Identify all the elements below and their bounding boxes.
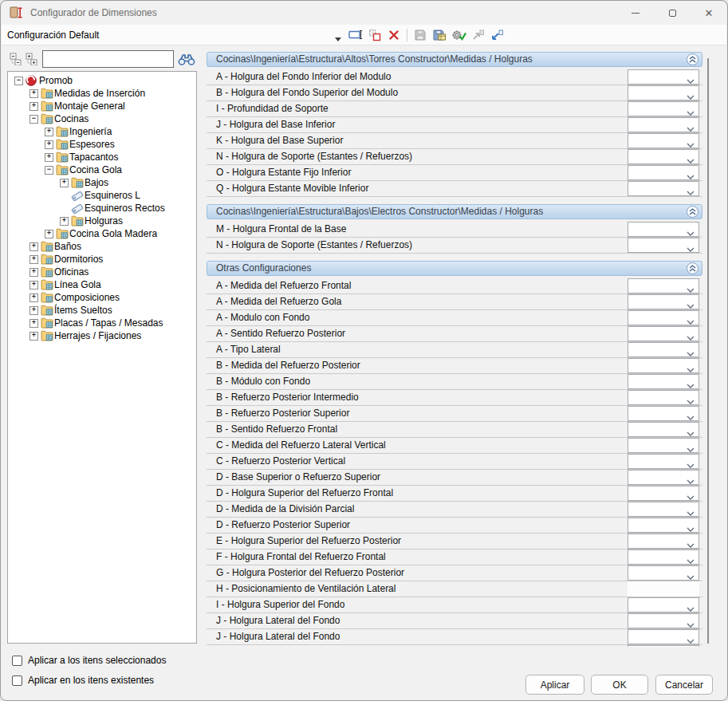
tree-item-cocinas[interactable]: −Cocinas — [10, 112, 196, 125]
setting-value-select[interactable] — [628, 534, 699, 549]
setting-value-select[interactable] — [628, 326, 699, 341]
checkbox-aplicar-existentes[interactable]: Aplicar en los itens existentes — [12, 674, 154, 687]
setting-value-select[interactable] — [628, 549, 699, 565]
setting-value-select[interactable] — [628, 374, 699, 389]
setting-value-select[interactable] — [628, 133, 699, 148]
collapse-expander-icon[interactable]: − — [30, 115, 38, 124]
setting-value-select[interactable] — [628, 518, 699, 533]
tree-item-dormitorios[interactable]: +Dormitorios — [10, 253, 196, 266]
tree-item-cocina-gola-madera[interactable]: +Cocina Gola Madera — [10, 227, 196, 240]
setting-value-select[interactable] — [628, 565, 699, 581]
setting-value-select[interactable] — [628, 181, 699, 196]
rename-configuration-button[interactable] — [347, 26, 364, 44]
expand-expander-icon[interactable]: + — [60, 217, 69, 226]
setting-value-select[interactable] — [628, 222, 699, 237]
configuration-select[interactable]: Configuración Default — [2, 26, 346, 45]
save-as-button[interactable] — [431, 26, 448, 44]
setting-value-select[interactable] — [628, 438, 699, 453]
tree-item-espesores[interactable]: +Espesores — [10, 138, 196, 151]
checkbox-icon[interactable] — [12, 656, 22, 666]
expand-expander-icon[interactable]: + — [45, 128, 53, 136]
setting-value-select[interactable] — [628, 358, 699, 373]
setting-value-select[interactable] — [628, 85, 699, 100]
section-collapse-button[interactable] — [687, 262, 698, 274]
close-button[interactable]: ✕ — [691, 1, 727, 25]
expand-expander-icon[interactable]: + — [30, 242, 38, 251]
duplicate-configuration-button[interactable] — [366, 26, 384, 44]
setting-value-select[interactable] — [628, 470, 699, 485]
setting-value-select[interactable] — [628, 342, 699, 357]
import-configuration-button[interactable] — [488, 26, 506, 44]
tree-item-ba-os[interactable]: +Baños — [10, 240, 196, 253]
tree-item-tems-sueltos[interactable]: +Ítems Sueltos — [10, 304, 196, 317]
checkbox-icon[interactable] — [12, 675, 22, 686]
expand-all-button[interactable] — [23, 50, 39, 68]
setting-value-select[interactable] — [628, 278, 699, 293]
setting-value-select[interactable] — [628, 502, 699, 517]
vertical-scrollbar[interactable] — [707, 58, 709, 644]
tree-item-montaje-general[interactable]: +Montaje General — [10, 100, 196, 112]
section-collapse-button[interactable] — [687, 206, 698, 218]
tree-item-herrajes-fijaciones[interactable]: +Herrajes / Fijaciones — [10, 329, 196, 342]
expand-expander-icon[interactable]: + — [30, 89, 38, 98]
tree-item-promob[interactable]: −Promob — [10, 74, 196, 87]
setting-value-select[interactable] — [628, 294, 699, 309]
tree-item-holguras[interactable]: +Holguras — [10, 215, 196, 227]
checkbox-aplicar-seleccionados[interactable]: Aplicar a los itens seleccionados — [12, 654, 166, 667]
setting-value-select[interactable] — [628, 310, 699, 325]
setting-value-select[interactable] — [628, 629, 699, 644]
setting-value-select[interactable] — [628, 117, 699, 132]
tree-item-medidas-de-inserci-n[interactable]: +Medidas de Inserción — [10, 87, 196, 100]
tree-item-esquineros-l[interactable]: Esquineros L — [10, 189, 196, 202]
setting-value-select[interactable] — [628, 165, 699, 180]
setting-value-select[interactable] — [628, 238, 699, 253]
export-configuration-button[interactable] — [469, 26, 486, 44]
setting-value-select[interactable] — [628, 613, 699, 628]
expand-expander-icon[interactable]: + — [30, 332, 38, 341]
expand-expander-icon[interactable]: + — [45, 153, 53, 162]
setting-value-select[interactable] — [628, 390, 699, 405]
tree-item-esquineros-rectos[interactable]: Esquineros Rectos — [10, 202, 196, 215]
tree-item-ingenier-a[interactable]: +Ingeniería — [10, 125, 196, 138]
expand-expander-icon[interactable]: + — [30, 255, 38, 264]
ok-button[interactable]: OK — [591, 675, 648, 695]
tree-search-input[interactable] — [42, 50, 174, 68]
setting-value-select[interactable] — [628, 645, 699, 647]
expand-expander-icon[interactable]: + — [30, 293, 38, 302]
tree-item-placas-tapas-mesadas[interactable]: +Placas / Tapas / Mesadas — [10, 317, 196, 329]
expand-expander-icon[interactable]: + — [45, 230, 53, 238]
collapse-expander-icon[interactable]: − — [45, 166, 53, 175]
minimize-button[interactable] — [617, 1, 654, 25]
apply-configuration-button[interactable] — [450, 26, 467, 44]
collapse-expander-icon[interactable]: − — [14, 77, 23, 85]
setting-value-select[interactable] — [628, 101, 699, 116]
setting-value-field[interactable] — [628, 581, 699, 597]
expand-expander-icon[interactable]: + — [45, 140, 53, 149]
delete-configuration-button[interactable] — [385, 26, 403, 44]
expand-expander-icon[interactable]: + — [30, 102, 38, 111]
setting-value-select[interactable] — [628, 486, 699, 501]
cancelar-button[interactable]: Cancelar — [655, 675, 713, 695]
tree-item-oficinas[interactable]: +Oficinas — [10, 266, 196, 278]
setting-value-select[interactable] — [628, 454, 699, 469]
setting-value-select[interactable] — [628, 597, 699, 612]
expand-expander-icon[interactable]: + — [30, 319, 38, 328]
tree-item-l-nea-gola[interactable]: +Línea Gola — [10, 278, 196, 291]
expand-expander-icon[interactable]: + — [30, 281, 38, 289]
expand-expander-icon[interactable]: + — [60, 179, 69, 187]
setting-value-select[interactable] — [628, 69, 699, 85]
tree-item-composiciones[interactable]: +Composiciones — [10, 291, 196, 304]
search-button[interactable] — [176, 49, 197, 69]
maximize-button[interactable] — [654, 1, 691, 25]
setting-value-select[interactable] — [628, 406, 699, 421]
setting-value-select[interactable] — [628, 149, 699, 164]
setting-value-select[interactable] — [628, 422, 699, 437]
save-button[interactable] — [411, 26, 429, 44]
tree-item-bajos[interactable]: +Bajos — [10, 176, 196, 189]
aplicar-button[interactable]: Aplicar — [525, 675, 584, 695]
section-collapse-button[interactable] — [687, 53, 698, 65]
collapse-all-button[interactable] — [7, 50, 23, 68]
expand-expander-icon[interactable]: + — [30, 306, 38, 315]
tree-item-cocina-gola[interactable]: −Cocina Gola — [10, 163, 196, 176]
tree-item-tapacantos[interactable]: +Tapacantos — [10, 151, 196, 163]
